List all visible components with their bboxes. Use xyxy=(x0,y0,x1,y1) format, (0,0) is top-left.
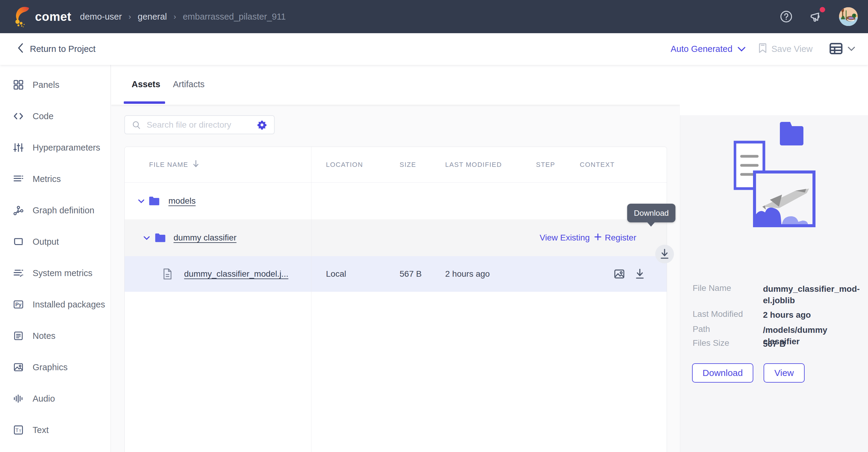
detail-label: File Name xyxy=(693,283,763,306)
sidebar-item-output[interactable]: Output xyxy=(0,226,111,257)
text-badge-icon: TT xyxy=(13,424,24,436)
sliders-icon xyxy=(13,142,24,153)
sidebar-item-label: Panels xyxy=(33,80,59,90)
column-header-context[interactable]: CONTEXT xyxy=(580,147,615,183)
file-location: Local xyxy=(326,256,346,292)
detail-label: Files Size xyxy=(693,338,763,350)
system-lines-icon xyxy=(13,267,24,279)
folder-shape xyxy=(780,122,803,146)
breadcrumb-workspace[interactable]: demo-user xyxy=(80,12,122,22)
announcements-icon[interactable] xyxy=(809,9,823,24)
detail-field-last-modified: Last Modified 2 hours ago xyxy=(693,309,859,321)
tab-artifacts[interactable]: Artifacts xyxy=(173,65,205,103)
register-model-link[interactable]: Register xyxy=(594,219,636,256)
notification-badge xyxy=(820,7,825,12)
sidebar-item-label: Graph definition xyxy=(33,205,94,216)
file-preview-illustration xyxy=(734,121,821,233)
folder-name-link[interactable]: models xyxy=(168,183,195,219)
search-bar xyxy=(124,115,275,134)
sidebar-item-label: Output xyxy=(33,237,59,247)
return-to-project-label: Return to Project xyxy=(30,44,96,54)
return-to-project-link[interactable]: Return to Project xyxy=(17,33,96,65)
python-badge-icon: Py xyxy=(13,299,24,310)
table-row-folder-models: models xyxy=(125,183,667,219)
comet-logo[interactable]: comet xyxy=(13,4,71,29)
download-tooltip: Download xyxy=(627,204,676,222)
table-grid-icon xyxy=(829,43,843,56)
tab-assets[interactable]: Assets xyxy=(132,65,160,103)
sidebar-item-metrics[interactable]: Metrics xyxy=(0,163,111,195)
view-existing-link[interactable]: View Existing xyxy=(539,219,590,256)
detail-field-files-size: Files Size 567 B xyxy=(693,338,859,350)
file-details-body: File Name dummy_classifier_mod-el.joblib… xyxy=(680,115,868,452)
breadcrumb-experiment[interactable]: embarrassed_pilaster_911 xyxy=(183,12,286,22)
sidebar-item-notes[interactable]: Notes xyxy=(0,320,111,352)
column-header-step[interactable]: STEP xyxy=(536,147,555,183)
sidebar-item-text[interactable]: TT Text xyxy=(0,414,111,446)
folder-name-link[interactable]: dummy classifier xyxy=(174,219,236,256)
sidebar-item-label: Hyperparameters xyxy=(33,143,100,153)
graph-nodes-icon xyxy=(13,204,24,216)
sidebar-item-hyperparameters[interactable]: Hyperparameters xyxy=(0,132,111,163)
sidebar-item-label: Audio xyxy=(33,394,55,404)
breadcrumb-separator: › xyxy=(174,12,176,22)
column-header-location[interactable]: LOCATION xyxy=(326,147,363,183)
collapse-chevron-icon[interactable] xyxy=(142,219,151,256)
column-header-size[interactable]: SIZE xyxy=(400,147,416,183)
layout-options-button[interactable] xyxy=(829,33,855,65)
help-icon[interactable] xyxy=(779,10,793,24)
file-details-panel: File Name dummy_classifier_mod-el.joblib… xyxy=(680,65,868,452)
brand-name: comet xyxy=(35,10,71,24)
view-toolbar: Return to Project Auto Generated Save Vi… xyxy=(0,33,868,65)
download-folder-button[interactable] xyxy=(655,245,674,263)
search-icon xyxy=(132,120,141,130)
sidebar-item-graph-definition[interactable]: Graph definition xyxy=(0,195,111,226)
column-header-last-modified[interactable]: LAST MODIFIED xyxy=(445,147,502,183)
metric-lines-icon xyxy=(13,173,24,185)
chevron-left-icon xyxy=(17,43,25,55)
sidebar-item-label: Installed packages xyxy=(33,300,105,310)
search-input[interactable] xyxy=(147,120,256,130)
detail-label: Last Modified xyxy=(693,309,763,321)
view-dropdown-value: Auto Generated xyxy=(671,44,733,54)
file-name-link[interactable]: dummy_classifier_model.j... xyxy=(184,256,288,292)
filter-gear-icon[interactable] xyxy=(256,120,268,130)
chevron-down-icon xyxy=(737,44,746,54)
sidebar-item-installed-packages[interactable]: Py Installed packages xyxy=(0,289,111,320)
sidebar-item-label: Code xyxy=(33,111,54,121)
sidebar-item-panels[interactable]: Panels xyxy=(0,69,111,100)
folder-icon xyxy=(148,183,160,219)
breadcrumb-project[interactable]: general xyxy=(137,12,167,22)
download-button[interactable]: Download xyxy=(692,363,753,383)
chevron-down-icon xyxy=(847,46,855,53)
comet-logo-icon xyxy=(13,4,32,29)
sort-arrow-down-icon xyxy=(192,160,200,170)
detail-field-file-name: File Name dummy_classifier_mod-el.joblib xyxy=(693,283,859,306)
sidebar-item-label: Notes xyxy=(33,331,56,341)
column-header-file-name[interactable]: FILE NAME xyxy=(149,147,200,183)
save-view-button[interactable]: Save View xyxy=(758,33,813,65)
code-brackets-icon xyxy=(13,110,24,122)
detail-value: dummy_classifier_mod-el.joblib xyxy=(763,283,860,306)
sidebar-item-label: Graphics xyxy=(33,362,68,372)
view-dropdown[interactable]: Auto Generated xyxy=(671,33,746,65)
download-file-icon[interactable] xyxy=(634,256,646,292)
collapse-chevron-icon[interactable] xyxy=(137,183,146,219)
sidebar-item-audio[interactable]: Audio xyxy=(0,383,111,414)
top-navigation-bar: comet demo-user › general › embarrassed_… xyxy=(0,0,868,33)
user-avatar[interactable] xyxy=(839,7,858,26)
table-row-file-dummy-classifier-model: dummy_classifier_model.j... Local 567 B … xyxy=(125,256,667,292)
sidebar-item-code[interactable]: Code xyxy=(0,100,111,132)
sidebar-item-system-metrics[interactable]: System metrics xyxy=(0,257,111,289)
sidebar-item-label: System metrics xyxy=(33,268,92,278)
tab-bar: Assets Artifacts xyxy=(111,65,680,105)
column-divider xyxy=(311,147,311,452)
save-view-label: Save View xyxy=(771,44,813,54)
assets-main-area: Assets Artifacts FILE NAME LOCATION SIZE… xyxy=(111,65,680,452)
waveform-icon xyxy=(13,393,24,404)
table-header: FILE NAME LOCATION SIZE LAST MODIFIED ST… xyxy=(125,147,667,183)
preview-image-icon[interactable] xyxy=(613,256,626,292)
svg-text:T: T xyxy=(16,427,19,433)
sidebar-item-graphics[interactable]: Graphics xyxy=(0,352,111,383)
view-button[interactable]: View xyxy=(764,363,805,383)
